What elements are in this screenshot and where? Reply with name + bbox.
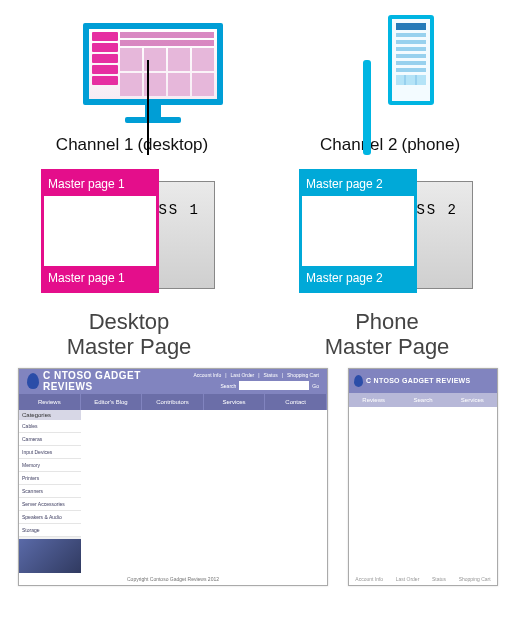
desktop-page-preview: C NTOSO GADGET REVIEWS Account Info| Las… <box>18 368 328 586</box>
master-2-bottom: Master page 2 <box>302 266 414 290</box>
sidebar-item[interactable]: Server Accessories <box>19 498 81 511</box>
phone-header: C NTOSO GADGET REVIEWS <box>349 369 497 393</box>
sidebar-item[interactable]: Cameras <box>19 433 81 446</box>
search-input[interactable] <box>239 381 309 390</box>
desktop-header: C NTOSO GADGET REVIEWS Account Info| Las… <box>19 369 327 394</box>
phone-page-preview: C NTOSO GADGET REVIEWS Reviews Search Se… <box>348 368 498 586</box>
channel-2-suffix: (phone) <box>402 135 461 155</box>
nav-services[interactable]: Services <box>204 394 266 410</box>
channel-label-desktop: Channel 1 (desktop) <box>56 135 208 155</box>
master-1-top: Master page 1 <box>44 172 156 196</box>
sidebar-item[interactable]: Scanners <box>19 485 81 498</box>
sidebar-item[interactable]: Memory <box>19 459 81 472</box>
desktop-sidebar: Categories Cables Cameras Input Devices … <box>19 410 81 573</box>
phone-nav-reviews[interactable]: Reviews <box>349 393 398 407</box>
master-1-bottom: Master page 1 <box>44 266 156 290</box>
ribbon-icon <box>354 375 363 387</box>
search-label: Search <box>220 383 236 389</box>
desktop-footer: Copyright Contoso Gadget Reviews 2012 <box>19 573 327 585</box>
title-desktop-master-page: DesktopMaster Page <box>67 309 192 360</box>
desktop-content-area <box>81 410 327 573</box>
nav-editors-blog[interactable]: Editor's Blog <box>81 394 143 410</box>
sidebar-header: Categories <box>19 410 81 420</box>
desktop-nav: Reviews Editor's Blog Contributors Servi… <box>19 394 327 410</box>
nav-reviews[interactable]: Reviews <box>19 394 81 410</box>
master-card-2: Master page 2 Master page 2 <box>299 169 417 293</box>
stack-desktop: CSS 1 Master page 1 Master page 1 <box>29 169 229 299</box>
channel-1-text: Channel 1 <box>56 135 134 155</box>
nav-contact[interactable]: Contact <box>265 394 327 410</box>
nav-contributors[interactable]: Contributors <box>142 394 204 410</box>
channel-label-phone: Channel 2 (phone) <box>320 135 460 155</box>
phone-content-area <box>349 407 497 573</box>
channel-2-text: Channel 2 <box>320 135 398 155</box>
sidebar-item[interactable]: Cables <box>19 420 81 433</box>
desktop-header-links: Account Info| Last Order| Status| Shoppi… <box>193 372 319 378</box>
sidebar-item[interactable]: Speakers & Audio <box>19 511 81 524</box>
go-label[interactable]: Go <box>312 383 319 389</box>
phone-device-icon <box>388 15 434 105</box>
sidebar-product-image <box>19 539 81 573</box>
phone-footer: Account Info Last Order Status Shopping … <box>349 573 497 585</box>
phone-brand: C NTOSO GADGET REVIEWS <box>366 377 470 384</box>
connector-line-phone <box>363 60 371 155</box>
desktop-logo: C NTOSO GADGET REVIEWS <box>27 370 193 392</box>
master-card-1: Master page 1 Master page 1 <box>41 169 159 293</box>
desktop-search: Search Go <box>220 381 319 390</box>
master-2-top: Master page 2 <box>302 172 414 196</box>
desktop-brand: C NTOSO GADGET REVIEWS <box>43 370 194 392</box>
phone-nav-services[interactable]: Services <box>448 393 497 407</box>
title-phone-master-page: PhoneMaster Page <box>325 309 450 360</box>
desktop-monitor-icon <box>83 23 223 105</box>
phone-nav-search[interactable]: Search <box>398 393 447 407</box>
sidebar-item[interactable]: Printers <box>19 472 81 485</box>
ribbon-icon <box>27 373 39 389</box>
stack-phone: CSS 2 Master page 2 Master page 2 <box>287 169 487 299</box>
phone-nav: Reviews Search Services <box>349 393 497 407</box>
connector-line-desktop <box>147 60 149 155</box>
sidebar-item[interactable]: Input Devices <box>19 446 81 459</box>
sidebar-item[interactable]: Storage <box>19 524 81 537</box>
